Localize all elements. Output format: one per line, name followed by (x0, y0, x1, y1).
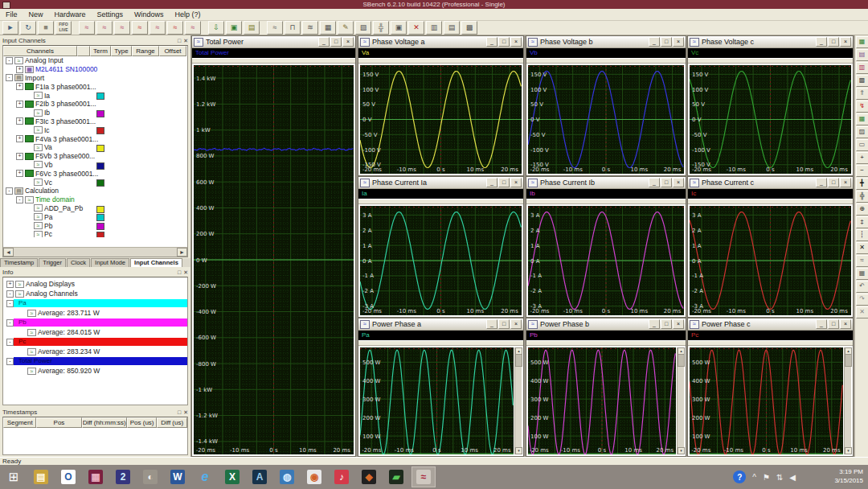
expand-icon[interactable]: + (16, 135, 23, 142)
tree-item-pb[interactable]: ≈Pb (3, 221, 187, 230)
splitter[interactable] (688, 199, 853, 204)
timestamps-header[interactable]: Timestamps □✕ (0, 407, 190, 417)
export-data-icon[interactable]: ▤ (244, 21, 260, 35)
new-digital-display-icon[interactable]: ▦ (320, 21, 336, 35)
redo-icon[interactable]: ↷ (856, 294, 868, 306)
channel-color-bar[interactable]: Pc (14, 338, 187, 346)
fft-display-icon[interactable]: ▧ (355, 21, 371, 35)
close-button[interactable]: × (510, 178, 522, 187)
cursor-x-icon[interactable]: ‡ (856, 216, 868, 228)
plot-area[interactable]: 150 V100 V50 V0 V-50 V-100 V-150 V-20 ms… (358, 64, 523, 175)
tab-input-channels[interactable]: Input Channels (130, 258, 182, 267)
color-swatch[interactable] (96, 179, 104, 187)
minimize-button[interactable]: _ (649, 178, 660, 187)
legend-label[interactable]: Vb (530, 49, 538, 56)
menu-file[interactable]: File (0, 9, 23, 20)
color-swatch[interactable] (96, 127, 104, 134)
taskbar-excel[interactable]: X (220, 466, 244, 487)
scroll-right-icon[interactable]: ► (177, 248, 187, 257)
save-data-icon[interactable]: ▣ (226, 21, 242, 35)
taskbar-app-2[interactable]: 2 (111, 466, 135, 487)
tree-item-f6vc-3-phase0001-[interactable]: +F6Vc 3 phase0001... (3, 169, 187, 178)
taskbar-sim-app[interactable]: ▰ (384, 466, 408, 487)
chart-canvas-phase-current-ia[interactable]: 3 A2 A1 A0 A-1 A-2 A-3 A-20 ms-10 ms0 s1… (360, 206, 522, 315)
column-header-offset[interactable]: Offset (159, 46, 186, 56)
minimize-button[interactable]: _ (649, 37, 660, 47)
vertical-scrollbar[interactable]: ▴▾ (677, 347, 684, 454)
start-icon[interactable]: ► (2, 21, 18, 35)
window-titlebar[interactable]: ≈Phase Current Ia_□× (358, 177, 523, 189)
panel-close-icon[interactable]: ✕ (183, 269, 188, 275)
taskbar-photos[interactable]: ▦ (84, 466, 108, 487)
close-button[interactable]: × (673, 37, 684, 47)
restart-icon[interactable]: ↻ (20, 21, 36, 35)
ts-column-pos-hh-mm-ss-[interactable]: Pos (hh:mm:ss) (36, 417, 81, 428)
maximize-button[interactable]: □ (828, 37, 839, 47)
chart-canvas-phase-current-ic[interactable]: 3 A2 A1 A0 A-1 A-2 A-3 A-20 ms-10 ms0 s1… (690, 206, 851, 315)
window-titlebar[interactable]: ≈Phase Voltage c_□× (688, 36, 853, 48)
channel-bar-pb[interactable]: -Pb (3, 318, 187, 327)
window-titlebar[interactable]: ≈Power Phase b_□× (526, 318, 686, 331)
menu-settings[interactable]: Settings (92, 9, 129, 20)
export-pane-icon[interactable]: ⇑ (856, 88, 868, 100)
expand-icon[interactable]: + (16, 153, 23, 160)
close-button[interactable]: × (342, 37, 354, 47)
taskbar-itunes[interactable]: ♪ (330, 466, 354, 487)
analog-display-icon[interactable]: ≈ (856, 255, 868, 267)
menu-help-[interactable]: Help (?) (170, 9, 207, 20)
minimize-button[interactable]: _ (816, 178, 827, 187)
splitter[interactable] (526, 58, 686, 64)
channel-bar-total-power[interactable]: -Total Power (3, 356, 187, 366)
taskbar-globe-app[interactable]: ◍ (275, 466, 299, 487)
color-swatch[interactable] (96, 223, 104, 230)
minimize-button[interactable]: _ (816, 37, 827, 47)
expand-icon[interactable]: + (16, 117, 23, 125)
scroll-down-icon[interactable]: ▾ (515, 447, 522, 454)
close-button[interactable]: × (510, 37, 522, 47)
chart-canvas-total-power[interactable]: 1.4 kW1.2 kW1 kW800 W600 W400 W200 W0 W-… (194, 65, 354, 454)
import-data-icon[interactable]: ⇩ (208, 21, 224, 35)
maximize-button[interactable]: □ (330, 37, 342, 47)
minimize-button[interactable]: _ (486, 178, 497, 187)
expand-icon[interactable]: - (6, 290, 14, 298)
tree-item-f1ia-3-phase0001-[interactable]: +F1Ia 3 phase0001... (3, 82, 187, 91)
column-header-channels[interactable]: Channels (3, 46, 77, 56)
legend-label[interactable]: Pa (362, 331, 370, 339)
scroll-left-icon[interactable]: ◄ (3, 248, 14, 257)
new-display-icon[interactable]: ▦ (856, 36, 868, 48)
taskbar-paint[interactable]: ◐ (138, 466, 162, 487)
chart-canvas-phase-voltage-a[interactable]: 150 V100 V50 V0 V-50 V-100 V-150 V-20 ms… (360, 65, 522, 174)
transfer-icon[interactable]: ▨ (856, 126, 868, 138)
legend-label[interactable]: Pb (530, 331, 538, 339)
close-button[interactable]: × (673, 319, 684, 329)
splitter[interactable] (358, 199, 523, 204)
delete-display-icon[interactable]: ✕ (408, 21, 424, 35)
tree-item-vb[interactable]: ≈Vb (3, 161, 187, 170)
maximize-button[interactable]: □ (498, 37, 510, 47)
tree-item-pc[interactable]: ≈Pc (3, 230, 187, 237)
maximize-button[interactable]: □ (498, 178, 510, 187)
scroll-down-icon[interactable]: ▾ (678, 447, 685, 454)
info-pane-icon[interactable]: ▤ (856, 49, 868, 61)
column-header-range[interactable]: Range (132, 46, 159, 56)
maximize-button[interactable]: □ (828, 319, 839, 329)
card-view-7-icon[interactable]: ≈ (185, 21, 201, 35)
window-titlebar[interactable]: ≈Phase Current Ib_□× (526, 177, 686, 189)
legend-label[interactable]: Va (362, 49, 369, 56)
expand-icon[interactable]: + (16, 66, 23, 73)
tree-item-add-pa-pb[interactable]: ≈ADD_Pa_Pb (3, 204, 187, 213)
expand-icon[interactable]: - (6, 319, 14, 327)
color-swatch[interactable] (96, 110, 104, 117)
window-titlebar[interactable]: ≈Phase Voltage a_□× (358, 36, 523, 48)
minimize-button[interactable]: _ (649, 319, 660, 329)
layout-single-icon[interactable]: ▩ (461, 21, 477, 35)
legend-label[interactable]: Pc (691, 331, 698, 339)
splitter[interactable] (358, 58, 523, 64)
cursor-a-icon[interactable]: ⊕ (856, 203, 868, 216)
zoom-in-icon[interactable]: + (856, 152, 868, 164)
legend-label[interactable]: Vc (691, 49, 698, 56)
card-view-3-icon[interactable]: ≈ (114, 21, 130, 35)
channel-color-bar[interactable]: Pa (14, 299, 187, 307)
plot-area[interactable]: 150 V100 V50 V0 V-50 V-100 V-150 V-20 ms… (526, 64, 686, 175)
expand-icon[interactable]: + (16, 101, 23, 108)
